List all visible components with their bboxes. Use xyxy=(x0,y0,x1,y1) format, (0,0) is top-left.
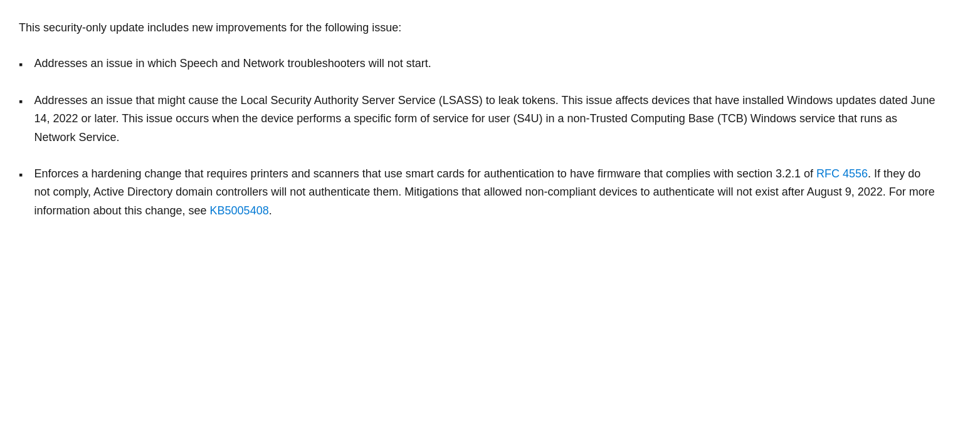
kb5005408-link[interactable]: KB5005408 xyxy=(210,204,269,217)
bullet-marker: ▪ xyxy=(19,166,23,184)
list-item: ▪ Addresses an issue in which Speech and… xyxy=(13,55,967,74)
bullet-content-2: Addresses an issue that might cause the … xyxy=(34,92,937,147)
bullet-3-part1: Enforces a hardening change that require… xyxy=(34,167,816,180)
bullet-content-3: Enforces a hardening change that require… xyxy=(34,165,937,221)
list-item: ▪ Enforces a hardening change that requi… xyxy=(13,165,967,221)
bullet-marker: ▪ xyxy=(19,93,23,111)
bullet-list: ▪ Addresses an issue in which Speech and… xyxy=(13,55,967,221)
intro-paragraph: This security-only update includes new i… xyxy=(13,19,967,37)
list-item: ▪ Addresses an issue that might cause th… xyxy=(13,92,967,147)
bullet-marker: ▪ xyxy=(19,56,23,74)
rfc4556-link[interactable]: RFC 4556 xyxy=(816,167,868,180)
bullet-content-1: Addresses an issue in which Speech and N… xyxy=(34,55,431,73)
bullet-3-part3: . xyxy=(269,204,272,217)
